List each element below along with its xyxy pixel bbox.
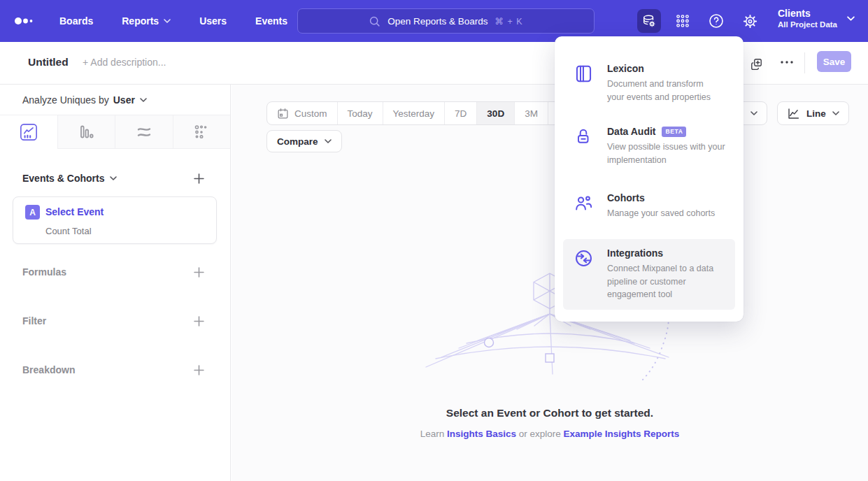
menu-item-data-audit[interactable]: Data Audit BETA View possible issues wit…: [563, 117, 735, 175]
empty-state-title: Select an Event or Cohort to get started…: [232, 407, 868, 419]
chevron-down-icon: [832, 111, 839, 115]
grid-icon: [675, 13, 690, 29]
tab-metric[interactable]: [173, 115, 231, 148]
range-30d[interactable]: 30D: [476, 102, 514, 124]
plus-icon: [194, 365, 204, 375]
example-insights-reports-link[interactable]: Example Insights Reports: [564, 429, 680, 439]
data-audit-description: View possible issues with your implement…: [607, 141, 744, 166]
cohorts-people-icon: [574, 192, 594, 220]
top-nav: Boards Reports Users Events Open Reports…: [0, 0, 868, 42]
add-event-button[interactable]: [192, 172, 205, 185]
help-button[interactable]: [704, 9, 728, 33]
plus-icon: [194, 173, 204, 184]
analyze-label: Analyze Uniques by: [22, 94, 109, 106]
nav-item-users[interactable]: Users: [199, 15, 227, 27]
compare-button[interactable]: Compare: [266, 130, 342, 152]
data-audit-icon: [574, 126, 594, 166]
report-title[interactable]: Untitled: [28, 56, 69, 69]
tab-flow-chart[interactable]: [115, 115, 173, 148]
event-card[interactable]: A Select Event Count Total: [13, 196, 217, 244]
search-icon: [369, 15, 380, 27]
calendar-icon: [277, 108, 289, 120]
line-chart-tab-icon: [20, 123, 38, 141]
formulas-label: Formulas: [22, 266, 66, 278]
chevron-down-icon: [140, 98, 147, 102]
menu-item-cohorts[interactable]: Cohorts Manage your saved cohorts: [563, 184, 735, 229]
add-formula-button[interactable]: [192, 266, 205, 278]
nav-item-events[interactable]: Events: [255, 15, 287, 27]
apps-grid-button[interactable]: [671, 9, 695, 33]
chevron-down-icon: [164, 19, 171, 23]
chevron-down-icon: [110, 176, 117, 180]
metric-tab-icon: [193, 124, 210, 141]
more-options-button[interactable]: [780, 60, 794, 64]
range-7d[interactable]: 7D: [444, 102, 476, 124]
duplicate-button[interactable]: [750, 57, 763, 71]
event-series-badge: A: [25, 205, 40, 220]
org-name: Clients: [778, 7, 837, 20]
help-icon: [708, 13, 725, 29]
gear-icon: [742, 13, 758, 29]
analyze-by-select[interactable]: User: [113, 94, 147, 106]
data-audit-title: Data Audit: [607, 126, 655, 137]
menu-item-integrations[interactable]: Integrations Connect Mixpanel to a data …: [563, 239, 735, 310]
cohorts-description: Manage your saved cohorts: [607, 207, 747, 220]
range-3m[interactable]: 3M: [514, 102, 548, 124]
range-today[interactable]: Today: [337, 102, 383, 124]
cohorts-title: Cohorts: [607, 192, 747, 203]
copy-icon: [750, 57, 763, 71]
chart-style-select[interactable]: Line: [777, 101, 849, 125]
ellipsis-icon: [780, 60, 794, 64]
events-cohorts-header[interactable]: Events & Cohorts: [22, 173, 117, 184]
count-total-label[interactable]: Count Total: [45, 226, 92, 236]
report-canvas: Custom Today Yesterday 7D 30D 3M 6M Comp…: [232, 85, 868, 481]
tab-line-chart[interactable]: [0, 115, 57, 149]
plus-icon: [194, 316, 204, 326]
nav-item-boards[interactable]: Boards: [59, 15, 93, 27]
or-explore-text: or explore: [516, 429, 564, 439]
data-management-dropdown: Lexicon Document and transform your even…: [555, 36, 744, 322]
lexicon-book-icon: [574, 63, 594, 103]
flow-tab-icon: [136, 124, 152, 141]
menu-item-lexicon[interactable]: Lexicon Document and transform your even…: [563, 55, 735, 112]
settings-button[interactable]: [738, 9, 762, 33]
analyze-row: Analyze Uniques by User: [0, 85, 230, 115]
project-name: All Project Data: [778, 20, 837, 30]
data-management-button[interactable]: [637, 9, 661, 33]
lexicon-description: Document and transform your events and p…: [607, 78, 718, 103]
beta-badge: BETA: [662, 127, 686, 137]
chevron-down-icon: [847, 16, 855, 21]
filter-label: Filter: [22, 315, 46, 326]
range-custom[interactable]: Custom: [267, 102, 337, 124]
search-input[interactable]: Open Reports & Boards ⌘ + K: [297, 8, 595, 34]
range-yesterday[interactable]: Yesterday: [383, 102, 445, 124]
add-filter-button[interactable]: [192, 315, 205, 327]
divider: [804, 52, 805, 73]
line-chart-icon: [787, 107, 800, 120]
plus-icon: [194, 267, 204, 278]
add-description-field[interactable]: + Add description...: [83, 57, 166, 68]
query-sidebar: Analyze Uniques by User: [0, 85, 231, 481]
add-breakdown-button[interactable]: [192, 364, 205, 376]
project-selector[interactable]: Clients All Project Data: [778, 7, 855, 30]
integrations-title: Integrations: [607, 247, 732, 259]
chevron-down-icon: [325, 139, 332, 143]
save-button[interactable]: Save: [817, 51, 851, 72]
nav-item-reports[interactable]: Reports: [122, 15, 171, 27]
bar-chart-tab-icon: [78, 124, 94, 141]
mixpanel-logo-icon[interactable]: [14, 16, 36, 26]
nav-menu: Boards Reports Users Events: [59, 0, 287, 42]
search-placeholder: Open Reports & Boards: [387, 16, 488, 27]
integrations-icon: [574, 247, 594, 301]
chart-type-tabs: [0, 115, 230, 149]
learn-prefix: Learn: [420, 429, 447, 439]
empty-state-subtitle: Learn Insights Basics or explore Example…: [232, 429, 868, 439]
select-event-label[interactable]: Select Event: [45, 206, 104, 217]
integrations-description: Connect Mixpanel to a data pipeline or c…: [607, 262, 732, 301]
tab-bar-chart[interactable]: [57, 115, 115, 148]
search-shortcut: ⌘ + K: [495, 16, 523, 27]
breakdown-label: Breakdown: [22, 364, 75, 375]
insights-basics-link[interactable]: Insights Basics: [447, 429, 516, 439]
lexicon-title: Lexicon: [607, 63, 718, 74]
date-range-control: Custom Today Yesterday 7D 30D 3M 6M: [266, 101, 582, 125]
